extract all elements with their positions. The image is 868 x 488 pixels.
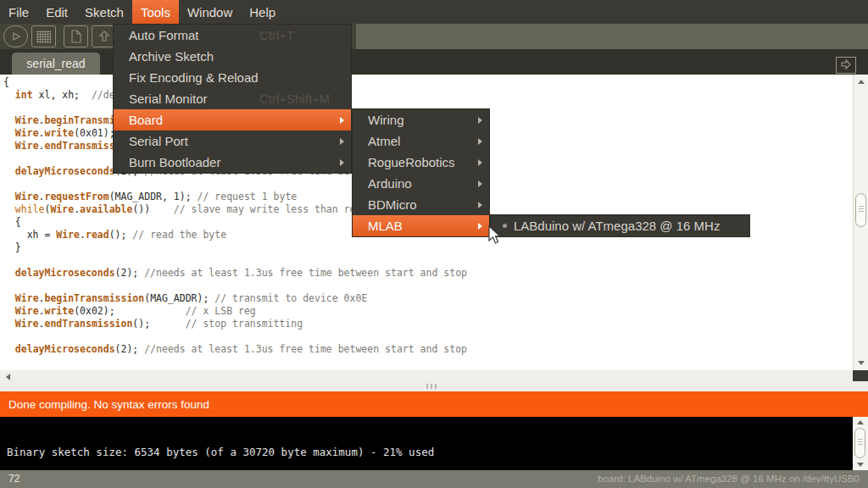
menu-item-serial-port[interactable]: Serial Port [114, 130, 351, 152]
menu-item-auto-format[interactable]: Auto Format Ctrl+T [114, 25, 351, 46]
compile-status-bar: Done compiling. No syntax errors found [0, 391, 868, 417]
tab-menu-button[interactable] [836, 57, 856, 74]
splitter-grip-icon [426, 384, 438, 389]
menu-bar: File Edit Sketch Tools Window Help [0, 0, 868, 24]
upload-arrow-icon [97, 30, 111, 43]
menu-edit[interactable]: Edit [37, 0, 76, 24]
menu-item-archive-sketch[interactable]: Archive Sketch [114, 46, 351, 67]
menu-item-label: Board [129, 113, 163, 127]
menu-item-arduino[interactable]: Arduino [353, 173, 489, 194]
menu-item-board[interactable]: Board [114, 109, 351, 130]
menu-window[interactable]: Window [179, 0, 241, 24]
menu-item-fix-encoding[interactable]: Fix Encoding & Reload [114, 67, 351, 88]
code-line [3, 330, 467, 343]
menu-sketch[interactable]: Sketch [76, 0, 132, 24]
submenu-arrow-icon [478, 159, 482, 166]
menu-item-bdmicro[interactable]: BDMicro [353, 194, 489, 215]
scroll-up-icon[interactable] [858, 80, 865, 84]
menu-item-wiring[interactable]: Wiring [353, 109, 489, 130]
menu-item-label: Burn Bootloader [129, 155, 220, 169]
menu-tools[interactable]: Tools [132, 0, 179, 24]
stop-icon [36, 30, 51, 43]
scroll-down-icon[interactable] [858, 361, 865, 365]
console-scrollbar-thumb[interactable] [854, 428, 865, 458]
menu-item-burn-bootloader[interactable]: Burn Bootloader [114, 152, 351, 173]
arduino-ide-window: { "colors": { "accent_orange": "#e8632a"… [0, 0, 868, 488]
menu-item-roguerobotics[interactable]: RogueRobotics [353, 152, 489, 173]
menu-item-atmel[interactable]: Atmel [353, 130, 489, 152]
stop-button[interactable] [31, 25, 56, 47]
compile-status-text: Done compiling. No syntax errors found [8, 398, 209, 411]
menu-item-label: LABduino w/ ATmega328 @ 16 MHz [514, 219, 720, 233]
menu-item-label: Auto Format [129, 28, 199, 42]
board-port-info: board: LABduino w/ ATmega328 @ 16 MHz on… [598, 474, 860, 484]
verify-button[interactable] [3, 25, 28, 47]
code-line: Wire.beginTransmission(MAG_ADDR); // tra… [3, 292, 467, 305]
thumb-grip [859, 206, 864, 213]
menu-item-shortcut: Ctrl+T [259, 28, 294, 42]
console-scroll-up-icon[interactable] [857, 420, 864, 424]
cursor-line-number: 72 [8, 473, 19, 485]
console-output: Binary sketch size: 6534 bytes (of a 307… [0, 417, 868, 470]
submenu-arrow-icon [340, 159, 344, 166]
new-file-icon [70, 30, 82, 43]
menu-file[interactable]: File [0, 0, 37, 24]
menu-item-label: Arduino [368, 176, 412, 191]
menu-item-labduino[interactable]: LABduino w/ ATmega328 @ 16 MHz [491, 215, 749, 236]
play-icon [11, 31, 21, 42]
menu-item-label: Serial Monitor [129, 92, 208, 106]
board-submenu: Wiring Atmel RogueRobotics Arduino BDMic… [352, 108, 490, 237]
mouse-cursor [488, 225, 504, 249]
right-arrow-icon [840, 58, 852, 73]
submenu-arrow-icon [478, 117, 482, 124]
console-thumb-grip [858, 439, 863, 446]
new-sketch-button[interactable] [64, 25, 88, 47]
submenu-arrow-icon [478, 180, 482, 187]
menu-item-label: MLAB [368, 219, 403, 233]
submenu-arrow-icon [478, 223, 482, 230]
menu-item-mlab[interactable]: MLAB [353, 215, 489, 236]
menu-item-label: RogueRobotics [368, 155, 455, 169]
editor-vertical-scrollbar[interactable] [853, 75, 868, 370]
menu-item-label: BDMicro [368, 197, 417, 212]
menu-item-label: Serial Port [129, 134, 188, 148]
scrollbar-thumb[interactable] [855, 193, 866, 227]
code-line: delayMicroseconds(2); //needs at least 1… [3, 343, 467, 356]
mlab-submenu: LABduino w/ ATmega328 @ 16 MHz [490, 214, 750, 237]
console-text: Binary sketch size: 6534 bytes (of a 307… [7, 446, 434, 458]
code-line: } [3, 241, 467, 254]
editor-horizontal-scrollbar[interactable] [0, 370, 853, 381]
menu-item-label: Fix Encoding & Reload [129, 70, 259, 85]
menu-item-label: Wiring [368, 113, 404, 127]
console-scrollbar[interactable] [853, 417, 868, 470]
code-line: Wire.endTransmission(); // stop transmit… [3, 318, 467, 330]
console-scroll-down-icon[interactable] [857, 463, 864, 467]
submenu-arrow-icon [340, 117, 344, 124]
menu-help[interactable]: Help [241, 0, 284, 24]
scroll-left-icon[interactable] [6, 374, 10, 380]
menu-item-shortcut: Ctrl+Shift+M [259, 92, 330, 106]
code-line: delayMicroseconds(2); //needs at least 1… [3, 267, 467, 280]
tab-serial-read[interactable]: serial_read [12, 53, 100, 75]
menu-item-label: Atmel [368, 134, 400, 148]
editor-console-splitter[interactable] [0, 381, 868, 391]
code-line [3, 280, 467, 292]
status-bar: 72 board: LABduino w/ ATmega328 @ 16 MHz… [0, 470, 868, 488]
code-line: Wire.write(0x02); // x LSB reg [3, 305, 467, 318]
code-line [3, 254, 467, 267]
tools-dropdown-menu: Auto Format Ctrl+T Archive Sketch Fix En… [113, 24, 352, 174]
menu-item-label: Archive Sketch [129, 49, 214, 64]
submenu-arrow-icon [340, 138, 344, 145]
submenu-arrow-icon [478, 202, 482, 208]
menu-item-serial-monitor[interactable]: Serial Monitor Ctrl+Shift+M [114, 88, 351, 109]
submenu-arrow-icon [478, 138, 482, 145]
